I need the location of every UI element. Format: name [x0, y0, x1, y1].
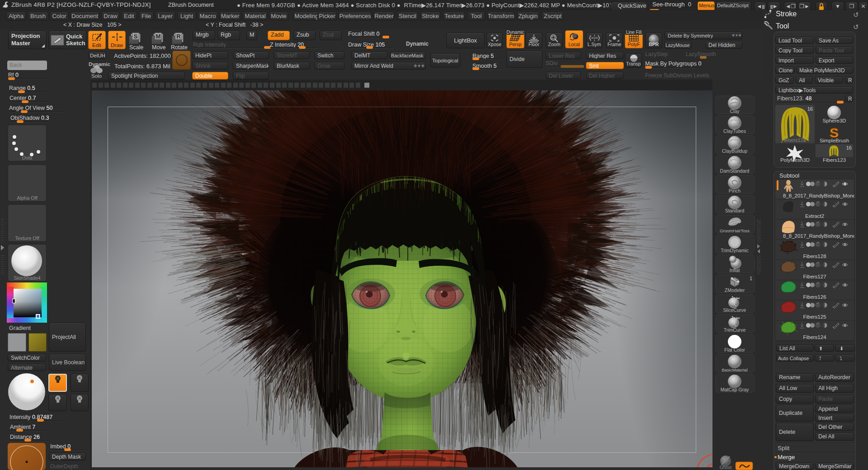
- svg-text:1: 1: [750, 276, 752, 281]
- svg-text:8_8_2017_RandyBishop_Mono: 8_8_2017_RandyBishop_Mono: [783, 193, 854, 198]
- svg-text:Fibers128: Fibers128: [803, 254, 826, 259]
- svg-text:8_8_2017_RandyBishop_Mono: 8_8_2017_RandyBishop_Mono: [783, 233, 854, 239]
- svg-text:Ghost: Ghost: [720, 465, 732, 470]
- svg-text:ClayTubes: ClayTubes: [723, 128, 746, 134]
- svg-text:TrimCurve: TrimCurve: [724, 327, 746, 333]
- svg-text:DamStandard: DamStandard: [720, 168, 750, 174]
- svg-text:✂: ✂: [736, 296, 740, 301]
- svg-text:Pinch: Pinch: [729, 188, 741, 193]
- svg-text:Clay: Clay: [730, 108, 740, 114]
- svg-text:SliceCurve: SliceCurve: [723, 307, 746, 313]
- svg-text:Extract2: Extract2: [805, 213, 824, 219]
- svg-text:✂: ✂: [736, 315, 740, 321]
- svg-text:Fibers124: Fibers124: [803, 334, 826, 340]
- svg-text:Fibers126: Fibers126: [803, 294, 826, 300]
- svg-text:Flat Color: Flat Color: [724, 347, 745, 352]
- svg-text:Inflat: Inflat: [730, 268, 740, 273]
- svg-text:Fibers127: Fibers127: [803, 274, 826, 279]
- svg-text:BasicMaterial: BasicMaterial: [722, 367, 747, 372]
- svg-text:GroomHairToss: GroomHairToss: [720, 228, 750, 233]
- svg-text:TrimDynamic: TrimDynamic: [721, 248, 748, 253]
- svg-text:ClayBuildup: ClayBuildup: [722, 148, 747, 154]
- svg-text:MatCap Gray: MatCap Gray: [721, 387, 749, 392]
- svg-text:ZModeler: ZModeler: [725, 287, 745, 293]
- svg-text:Standard: Standard: [725, 208, 745, 213]
- svg-text:Fibers125: Fibers125: [803, 314, 826, 320]
